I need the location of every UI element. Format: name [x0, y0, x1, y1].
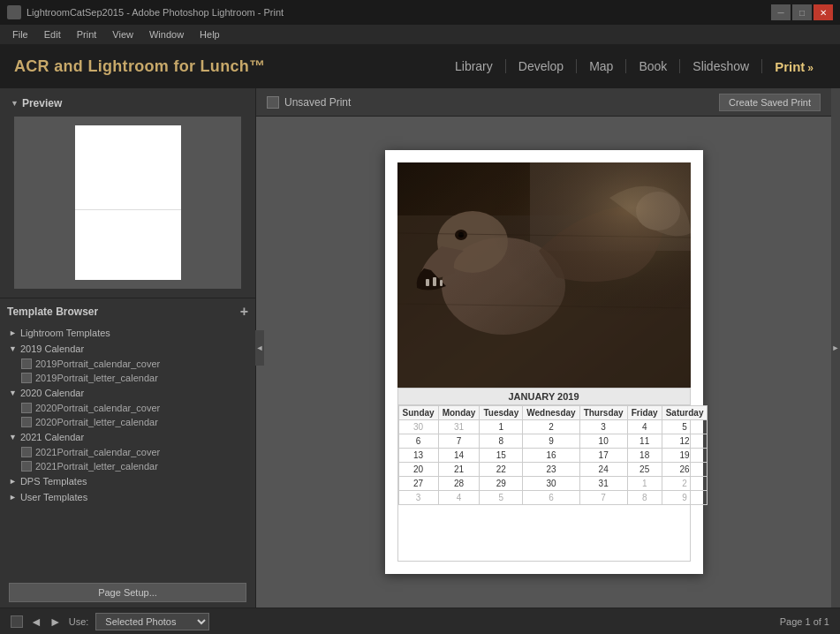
group-2021-calendar: ▼ 2021 Calendar 2021Portrait_calendar_co… [0, 429, 255, 473]
group-arrow: ▼ [9, 433, 17, 442]
calendar-day: 31 [438, 420, 480, 434]
template-icon [21, 447, 32, 457]
calendar-day: 17 [579, 449, 627, 463]
calendar-day: 25 [627, 463, 662, 477]
prev-page-button[interactable]: ◄ [30, 615, 42, 629]
preview-top [75, 125, 181, 210]
template-item[interactable]: 2019Portrait_calendar_cover [0, 357, 255, 371]
template-item[interactable]: 2019Portrait_letter_calendar [0, 371, 255, 385]
page-setup-button[interactable]: Page Setup... [9, 583, 246, 602]
cal-day-thursday: Thursday [579, 406, 627, 420]
template-browser-header[interactable]: Template Browser + [0, 298, 255, 325]
calendar-day: 20 [398, 463, 438, 477]
template-name: 2020Portrait_letter_calendar [35, 417, 158, 427]
canvas-header: Unsaved Print Create Saved Print [256, 88, 831, 117]
tab-map[interactable]: Map [577, 59, 626, 73]
group-user-label[interactable]: ► User Templates [0, 489, 255, 505]
calendar-day: 11 [627, 434, 662, 449]
cal-day-saturday: Saturday [662, 406, 708, 420]
print-photo [397, 162, 691, 388]
minimize-button[interactable]: ─ [771, 4, 791, 20]
template-item[interactable]: 2021Portrait_letter_calendar [0, 459, 255, 473]
template-item[interactable]: 2020Portrait_calendar_cover [0, 401, 255, 415]
app-icon [7, 5, 21, 19]
tab-book[interactable]: Book [626, 59, 680, 73]
calendar-day: 3 [398, 491, 438, 505]
source-select[interactable]: Selected Photos All Filmstrip Photos Fla… [95, 613, 209, 630]
calendar-day: 9 [523, 434, 579, 449]
group-2020-label[interactable]: ▼ 2020 Calendar [0, 385, 255, 401]
calendar-day: 1 [480, 420, 523, 434]
group-arrow: ► [9, 477, 17, 486]
cal-day-friday: Friday [627, 406, 662, 420]
filmstrip-checkbox[interactable] [11, 615, 23, 628]
tab-slideshow[interactable]: Slideshow [680, 59, 762, 73]
group-name: 2019 Calendar [20, 343, 84, 354]
menu-view[interactable]: View [105, 27, 140, 42]
group-lightroom-templates-label[interactable]: ► Lightroom Templates [0, 325, 255, 341]
print-calendar: JANUARY 2019 Sunday Monday Tuesday Wedne… [397, 388, 691, 562]
left-panel-toggle[interactable]: ◄ [255, 330, 264, 366]
group-name: 2020 Calendar [20, 388, 84, 398]
cal-day-wednesday: Wednesday [523, 406, 579, 420]
calendar-day: 7 [438, 434, 480, 449]
bottom-left: ◄ ► Use: Selected Photos All Filmstrip P… [11, 613, 209, 630]
next-page-button[interactable]: ► [49, 615, 62, 629]
close-button[interactable]: ✕ [814, 4, 833, 20]
calendar-day: 24 [579, 463, 627, 477]
menu-edit[interactable]: Edit [37, 27, 68, 42]
group-dps-label[interactable]: ► DPS Templates [0, 473, 255, 489]
add-template-button[interactable]: + [240, 304, 248, 320]
calendar-day: 29 [480, 477, 523, 491]
tab-print[interactable]: Print» [762, 59, 826, 74]
calendar-day: 23 [523, 463, 579, 477]
group-user-templates: ► User Templates [0, 489, 255, 505]
menu-help[interactable]: Help [193, 27, 227, 42]
template-icon [21, 461, 32, 472]
right-panel-toggle[interactable]: ► [831, 88, 840, 608]
preview-label: Preview [22, 97, 62, 109]
cal-day-monday: Monday [438, 406, 480, 420]
calendar-day: 5 [662, 420, 708, 434]
calendar-day: 30 [523, 477, 579, 491]
maximize-button[interactable]: □ [792, 4, 812, 20]
tab-library[interactable]: Library [443, 59, 506, 73]
preview-header[interactable]: ▼ Preview [5, 94, 250, 113]
calendar-day: 3 [579, 420, 627, 434]
calendar-day: 31 [579, 477, 627, 491]
group-2019-label[interactable]: ▼ 2019 Calendar [0, 341, 255, 357]
template-item[interactable]: 2021Portrait_calendar_cover [0, 445, 255, 459]
page-setup-area: Page Setup... [0, 577, 255, 608]
group-arrow: ► [9, 493, 17, 502]
group-2020-calendar: ▼ 2020 Calendar 2020Portrait_calendar_co… [0, 385, 255, 429]
template-name: 2021Portrait_calendar_cover [35, 447, 160, 457]
template-icon [21, 417, 32, 427]
template-browser: Template Browser + ► Lightroom Templates… [0, 298, 255, 608]
tab-develop[interactable]: Develop [506, 59, 577, 73]
calendar-body: 3031123456789101112131415161718192021222… [398, 420, 708, 505]
template-browser-label: Template Browser [7, 306, 98, 318]
content-area: ▼ Preview Template Browser + ► Lightroom [0, 88, 840, 608]
calendar-grid: Sunday Monday Tuesday Wednesday Thursday… [398, 405, 708, 505]
calendar-day: 14 [438, 449, 480, 463]
preview-paper [75, 125, 181, 280]
menu-window[interactable]: Window [142, 27, 191, 42]
calendar-day: 8 [480, 434, 523, 449]
menu-print[interactable]: Print [70, 27, 104, 42]
title-bar: LightroomCatSep2015 - Adobe Photoshop Li… [0, 0, 840, 25]
template-name: 2019Portrait_letter_calendar [35, 373, 158, 383]
calendar-day: 10 [579, 434, 627, 449]
group-arrow: ▼ [9, 389, 17, 397]
group-2021-label[interactable]: ▼ 2021 Calendar [0, 429, 255, 445]
group-arrow: ► [9, 328, 17, 337]
canvas-title-area: Unsaved Print [267, 96, 351, 109]
preview-box [14, 117, 241, 289]
group-name: 2021 Calendar [20, 432, 84, 442]
print-preview: JANUARY 2019 Sunday Monday Tuesday Wedne… [385, 150, 703, 574]
gargoyle-image [397, 162, 691, 388]
create-saved-print-button[interactable]: Create Saved Print [719, 94, 821, 111]
template-name: 2019Portrait_calendar_cover [35, 359, 160, 369]
window-controls[interactable]: ─ □ ✕ [771, 4, 833, 20]
template-item[interactable]: 2020Portrait_letter_calendar [0, 415, 255, 429]
menu-file[interactable]: File [5, 27, 35, 42]
